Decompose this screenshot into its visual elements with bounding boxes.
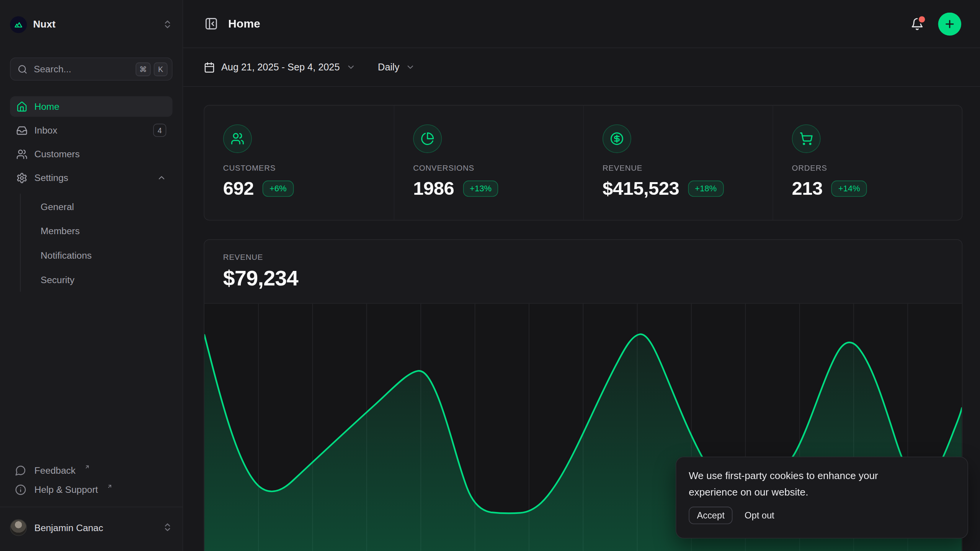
house-icon (16, 101, 27, 112)
delta-badge: +6% (263, 181, 294, 197)
team-name: Nuxt (33, 19, 56, 30)
delta-badge: +18% (688, 181, 724, 197)
add-button[interactable] (938, 12, 961, 35)
settings-sub-list: General Members Notifications Security (20, 194, 172, 292)
search-icon (18, 64, 28, 74)
message-bubble-icon (15, 465, 26, 476)
stats-card: CUSTOMERS 692 +6% CONVERSIONS 1986 (204, 105, 962, 220)
stat-value: 213 (792, 178, 823, 199)
accept-cookies-button[interactable]: Accept (689, 507, 733, 524)
stat-customers: CUSTOMERS 692 +6% (204, 106, 394, 220)
avatar (10, 519, 27, 536)
chevron-down-icon (406, 62, 415, 72)
chevrons-up-down-icon (162, 522, 172, 532)
inbox-icon (16, 125, 27, 136)
users-icon (223, 124, 252, 153)
inbox-count-badge: 4 (153, 124, 166, 137)
header-actions (911, 12, 961, 35)
stat-value: $415,523 (603, 178, 679, 199)
filters-toolbar: Aug 21, 2025 - Sep 4, 2025 Daily (183, 48, 980, 87)
search-input[interactable]: Search... ⌘ K (10, 57, 172, 80)
sidebar-item-inbox[interactable]: Inbox 4 (10, 120, 172, 140)
top-header: Home (183, 0, 980, 48)
sidebar-item-settings[interactable]: Settings (10, 168, 172, 188)
sidebar-item-general[interactable]: General (21, 196, 173, 216)
stat-value: 1986 (413, 178, 454, 199)
gear-icon (16, 172, 27, 183)
sidebar-item-home[interactable]: Home (10, 96, 172, 117)
help-support-link[interactable]: Help & Support (10, 480, 172, 499)
revenue-label: REVENUE (223, 253, 943, 262)
shopping-cart-icon (792, 124, 821, 153)
notifications-button[interactable] (911, 17, 924, 30)
sidebar-item-security[interactable]: Security (21, 269, 173, 289)
opt-out-button[interactable]: Opt out (745, 510, 774, 520)
collapse-sidebar-button[interactable] (204, 17, 218, 31)
team-switcher[interactable]: Nuxt (10, 14, 172, 35)
user-menu[interactable]: Benjamin Canac (10, 514, 172, 541)
granularity-select[interactable]: Daily (378, 62, 415, 73)
cookie-actions: Accept Opt out (689, 507, 955, 524)
stat-value: 692 (223, 178, 254, 199)
kbd-k: K (154, 62, 168, 76)
sidebar-item-customers[interactable]: Customers (10, 144, 172, 165)
cookie-text-line2: experience on our website. (689, 484, 955, 500)
pie-chart-icon (413, 124, 442, 153)
page-title: Home (228, 17, 260, 31)
kbd-meta: ⌘ (136, 62, 150, 76)
stat-conversions: CONVERSIONS 1986 +13% (394, 106, 583, 220)
stat-revenue: REVENUE $415,523 +18% (583, 106, 773, 220)
delta-badge: +14% (831, 181, 867, 197)
external-link-icon (84, 464, 90, 470)
chevrons-up-down-icon (162, 20, 172, 29)
chevron-up-icon (157, 173, 166, 182)
sidebar: Nuxt Search... ⌘ K Ho (0, 0, 183, 551)
notification-dot (919, 16, 925, 22)
sidebar-item-members[interactable]: Members (21, 220, 173, 240)
nuxt-logo-icon (10, 16, 27, 33)
calendar-icon (204, 62, 215, 73)
search-placeholder: Search... (34, 64, 71, 75)
delta-badge: +13% (463, 181, 498, 197)
user-name: Benjamin Canac (34, 522, 103, 533)
sidebar-divider (0, 507, 183, 507)
date-range-picker[interactable]: Aug 21, 2025 - Sep 4, 2025 (204, 62, 355, 73)
external-link-icon (107, 484, 113, 489)
panel-left-close-icon (204, 17, 218, 31)
sidebar-spacer (10, 292, 172, 460)
sidebar-item-notifications[interactable]: Notifications (21, 245, 173, 265)
plus-icon (944, 18, 956, 30)
revenue-value: $79,234 (223, 266, 943, 291)
search-shortcut: ⌘ K (136, 62, 167, 76)
cookie-text-line1: We use first-party cookies to enhance yo… (689, 468, 955, 484)
feedback-link[interactable]: Feedback (10, 460, 172, 480)
revenue-header: REVENUE $79,234 (204, 240, 962, 303)
app-window: Nuxt Search... ⌘ K Ho (0, 0, 980, 551)
info-circle-icon (15, 484, 26, 495)
dollar-circle-icon (603, 124, 631, 153)
stat-orders: ORDERS 213 +14% (773, 106, 962, 220)
sidebar-nav: Home Inbox 4 Customers (10, 96, 172, 292)
cookie-banner: We use first-party cookies to enhance yo… (676, 456, 968, 538)
users-icon (16, 148, 27, 160)
chevron-down-icon (346, 62, 355, 72)
